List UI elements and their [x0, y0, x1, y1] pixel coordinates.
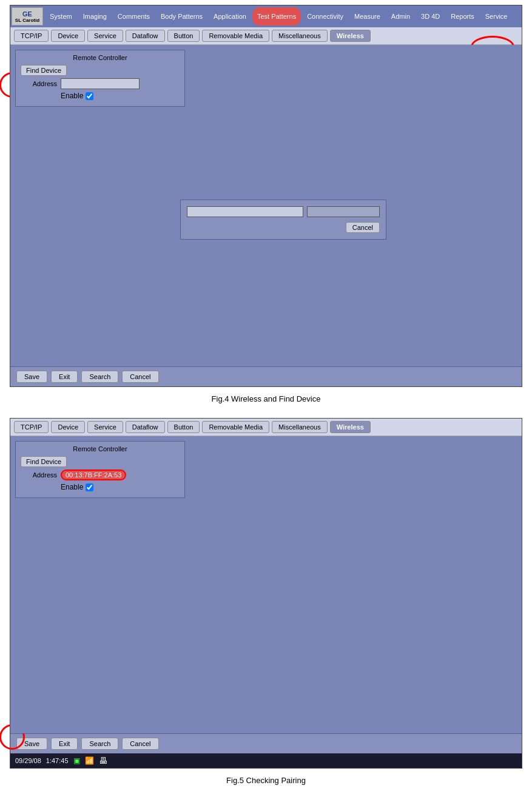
save-button-fig4[interactable]: Save — [16, 371, 47, 383]
subnav-service-fig5[interactable]: Service — [87, 421, 123, 433]
subnav-dataflow[interactable]: Dataflow — [126, 30, 165, 42]
nav-body-patterns[interactable]: Body Patterns — [156, 7, 207, 25]
subnav-device[interactable]: Device — [51, 30, 85, 42]
bottom-bar-fig4: Save Exit Search Cancel — [10, 366, 522, 386]
fig5-caption: Fig.5 Checking Pairing — [0, 771, 532, 791]
logo-ge: GE — [22, 10, 32, 18]
nav-reports[interactable]: Reports — [446, 7, 479, 25]
top-nav-fig4: GE SL Carotid System Imaging Comments Bo… — [10, 5, 522, 27]
subnav-button-fig5[interactable]: Button — [167, 421, 200, 433]
subnav-miscellaneous[interactable]: Miscellaneous — [272, 30, 328, 42]
fig4-caption: Fig.4 Wireless and Find Device — [0, 389, 532, 413]
status-icon-network: 📶 — [85, 756, 94, 765]
status-time: 1:47:45 — [46, 757, 69, 764]
find-device-button[interactable]: Find Device — [21, 65, 67, 76]
find-device-button-fig5[interactable]: Find Device — [21, 456, 67, 467]
exit-button-fig4[interactable]: Exit — [51, 371, 78, 383]
sub-nav-fig5: TCP/IP Device Service Dataflow Button Re… — [10, 419, 522, 436]
search-dialog-fig4: Cancel — [180, 200, 386, 240]
search-button-fig5[interactable]: Search — [81, 738, 118, 750]
status-icon-printer: 🖶 — [99, 756, 107, 766]
search-button-fig4[interactable]: Search — [81, 371, 118, 383]
enable-label-fig5: Enable — [61, 483, 83, 491]
cancel-button-fig5[interactable]: Cancel — [122, 738, 158, 750]
remote-controller-title: Remote Controller — [21, 54, 180, 61]
nav-application[interactable]: Application — [209, 7, 251, 25]
nav-3d4d[interactable]: 3D 4D — [416, 7, 445, 25]
search-progress-bar — [307, 206, 380, 217]
subnav-dataflow-fig5[interactable]: Dataflow — [126, 421, 165, 433]
find-device-row: Find Device — [21, 65, 180, 76]
enable-label: Enable — [61, 92, 83, 100]
remote-controller-title-fig5: Remote Controller — [21, 445, 180, 453]
subnav-wireless[interactable]: Wireless — [330, 30, 371, 42]
search-dialog-row — [187, 206, 380, 217]
subnav-device-fig5[interactable]: Device — [51, 421, 85, 433]
subnav-removable-media-fig5[interactable]: Removable Media — [202, 421, 269, 433]
main-panel-fig4: Remote Controller Find Device Address En… — [10, 45, 522, 366]
subnav-miscellaneous-fig5[interactable]: Miscellaneous — [272, 421, 328, 433]
nav-admin[interactable]: Admin — [386, 7, 415, 25]
address-row: Address — [21, 78, 180, 89]
cancel-button-fig4[interactable]: Cancel — [122, 371, 158, 383]
enable-row-fig5: Enable — [61, 483, 180, 491]
nav-test-patterns[interactable]: Test Patterns — [252, 7, 301, 25]
nav-comments[interactable]: Comments — [113, 7, 155, 25]
search-dialog-cancel-wrapper: Cancel — [187, 222, 380, 233]
figure4-wrapper: GE SL Carotid System Imaging Comments Bo… — [10, 5, 522, 387]
logo-model: SL Carotid — [15, 18, 39, 23]
find-device-row-fig5: Find Device — [21, 456, 180, 467]
address-input[interactable] — [61, 78, 140, 89]
nav-service[interactable]: Service — [480, 7, 513, 25]
subnav-service[interactable]: Service — [87, 30, 123, 42]
remote-controller-box-fig5: Remote Controller Find Device Address 00… — [15, 441, 185, 498]
bottom-bar-fig5: Save Exit Search Cancel — [10, 733, 522, 753]
nav-system[interactable]: System — [45, 7, 77, 25]
enable-row: Enable — [61, 92, 180, 100]
main-panel-fig5: Remote Controller Find Device Address 00… — [10, 436, 522, 733]
subnav-wireless-fig5[interactable]: Wireless — [330, 421, 371, 433]
address-label-fig5: Address — [21, 471, 57, 479]
remote-controller-box-fig4: Remote Controller Find Device Address En… — [15, 50, 185, 107]
ge-logo: GE SL Carotid — [12, 7, 43, 25]
figure5-wrapper: TCP/IP Device Service Dataflow Button Re… — [10, 418, 522, 769]
nav-imaging[interactable]: Imaging — [78, 7, 112, 25]
address-row-fig5: Address 00:13:7B:FF:2A:53 — [21, 470, 180, 480]
nav-connectivity[interactable]: Connectivity — [302, 7, 348, 25]
address-label: Address — [21, 80, 57, 87]
status-bar-fig5: 09/29/08 1:47:45 ▣ 📶 🖶 — [10, 753, 522, 768]
save-button-fig5[interactable]: Save — [16, 738, 47, 750]
status-icon-monitor: ▣ — [73, 756, 80, 765]
search-dialog-input — [187, 206, 303, 217]
nav-measure[interactable]: Measure — [349, 7, 385, 25]
search-dialog-cancel-button[interactable]: Cancel — [346, 222, 380, 233]
subnav-tcpip[interactable]: TCP/IP — [14, 30, 49, 42]
subnav-removable-media[interactable]: Removable Media — [202, 30, 269, 42]
enable-checkbox-fig5[interactable] — [86, 483, 93, 491]
enable-checkbox[interactable] — [86, 92, 93, 100]
sub-nav-fig4: TCP/IP Device Service Dataflow Button Re… — [10, 27, 522, 45]
status-date: 09/29/08 — [15, 757, 41, 764]
subnav-button[interactable]: Button — [167, 30, 200, 42]
exit-button-fig5[interactable]: Exit — [51, 738, 78, 750]
subnav-tcpip-fig5[interactable]: TCP/IP — [14, 421, 49, 433]
address-value-fig5: 00:13:7B:FF:2A:53 — [61, 470, 126, 480]
